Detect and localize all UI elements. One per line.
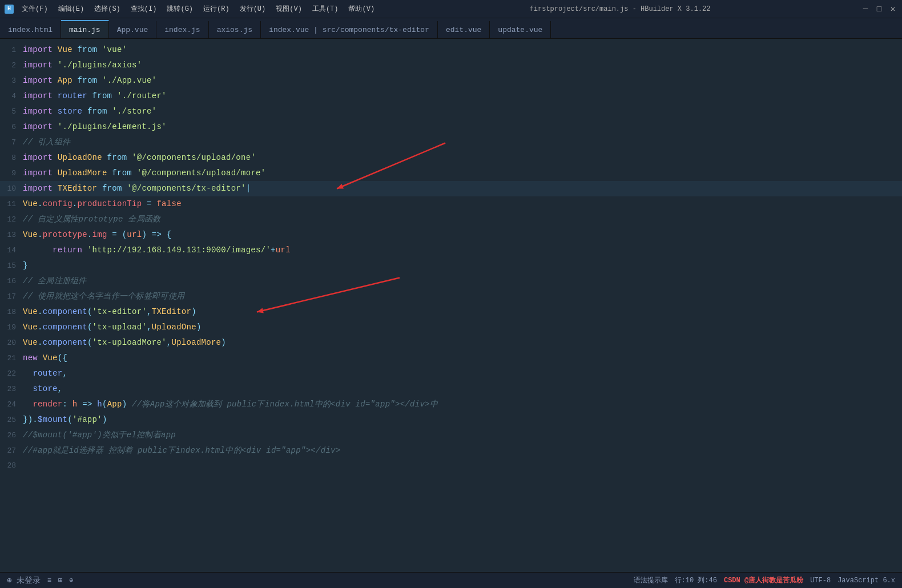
line-number-14: 14 [0, 243, 23, 258]
line-number-1: 1 [0, 43, 23, 58]
line-content-20: Vue.component('tx-uploadMore',UploadMore… [23, 335, 902, 350]
status-login[interactable]: ⊕ 未登录 [7, 575, 41, 586]
menu-item[interactable]: 编辑(E) [54, 3, 89, 15]
code-line-28: 28 [0, 458, 902, 473]
line-content-27: //#app就是id选择器 控制着 public下index.html中的<di… [23, 443, 902, 458]
code-line-18: 18Vue.component('tx-editor',TXEditor) [0, 304, 902, 320]
line-number-25: 25 [0, 413, 23, 428]
line-content-1: import Vue from 'vue' [23, 42, 902, 57]
line-number-22: 22 [0, 367, 23, 381]
menu-item[interactable]: 文件(F) [17, 3, 53, 15]
app-icon: H [5, 5, 14, 14]
code-line-9: 9import UploadMore from '@/components/up… [0, 166, 902, 181]
status-left: ⊕ 未登录 ≡ ⊞ ⊕ [7, 575, 74, 586]
tab-index.html[interactable]: index.html [0, 21, 61, 38]
status-icon-add[interactable]: ⊕ [69, 576, 73, 585]
menu-item[interactable]: 发行(U) [235, 3, 271, 15]
tab-index.vue[interactable]: index.vue | src/components/tx-editor [261, 21, 438, 38]
line-content-10: import TXEditor from '@/components/tx-ed… [23, 181, 902, 196]
line-content-16: // 全局注册组件 [23, 273, 902, 288]
code-line-15: 15} [0, 258, 902, 273]
line-content-25: }).$mount('#app') [23, 412, 902, 427]
line-content-14: return 'http://192.168.149.131:9000/imag… [23, 243, 902, 257]
line-number-28: 28 [0, 458, 23, 473]
code-line-7: 7// 引入组件 [0, 135, 902, 150]
grammar-hint: 语法提示库 [634, 575, 668, 585]
line-content-13: Vue.prototype.img = (url) => { [23, 227, 902, 242]
line-number-6: 6 [0, 120, 23, 135]
line-content-12: // 自定义属性prototype 全局函数 [23, 212, 902, 227]
code-line-1: 1import Vue from 'vue' [0, 42, 902, 58]
line-content-23: store, [23, 381, 902, 396]
menu-item[interactable]: 跳转(G) [162, 3, 198, 15]
tab-bar: index.htmlmain.jsApp.vueindex.jsaxios.js… [0, 18, 902, 39]
code-line-23: 23 store, [0, 381, 902, 397]
line-content-19: Vue.component('tx-upload',UploadOne) [23, 320, 902, 335]
line-content-18: Vue.component('tx-editor',TXEditor) [23, 304, 902, 319]
menu-item[interactable]: 运行(R) [199, 3, 234, 15]
line-number-20: 20 [0, 336, 23, 351]
line-content-5: import store from './store' [23, 104, 902, 119]
menu-bar: 文件(F)编辑(E)选择(S)查找(I)跳转(G)运行(R)发行(U)视图(V)… [17, 3, 379, 15]
line-number-8: 8 [0, 151, 23, 166]
menu-item[interactable]: 帮助(V) [344, 3, 379, 15]
code-line-3: 3import App from './App.vue' [0, 73, 902, 88]
code-line-24: 24 render: h => h(App) //将App这个对象加载到 pub… [0, 397, 902, 412]
code-line-17: 17// 使用就把这个名字当作一个标签即可使用 [0, 289, 902, 304]
code-line-22: 22 router, [0, 366, 902, 381]
line-content-4: import router from './router' [23, 88, 902, 103]
code-line-16: 16// 全局注册组件 [0, 273, 902, 289]
line-content-9: import UploadMore from '@/components/upl… [23, 166, 902, 180]
code-line-14: 14 return 'http://192.168.149.131:9000/i… [0, 243, 902, 258]
tab-main.js[interactable]: main.js [61, 20, 109, 38]
code-line-19: 19Vue.component('tx-upload',UploadOne) [0, 320, 902, 335]
code-line-26: 26//$mount('#app')类似于el控制着app [0, 428, 902, 443]
code-line-25: 25}).$mount('#app') [0, 412, 902, 428]
menu-item[interactable]: 工具(T) [308, 3, 343, 15]
line-number-4: 4 [0, 89, 23, 104]
code-container[interactable]: 1import Vue from 'vue'2import './plugins… [0, 39, 902, 572]
line-number-16: 16 [0, 274, 23, 289]
line-content-17: // 使用就把这个名字当作一个标签即可使用 [23, 289, 902, 304]
menu-item[interactable]: 选择(S) [90, 3, 125, 15]
close-button[interactable]: ✕ [888, 5, 897, 14]
line-number-12: 12 [0, 212, 23, 227]
line-content-11: Vue.config.productionTip = false [23, 196, 902, 211]
tab-App.vue[interactable]: App.vue [109, 21, 157, 38]
code-line-2: 2import './plugins/axios' [0, 58, 902, 73]
line-number-21: 21 [0, 351, 23, 366]
line-content-2: import './plugins/axios' [23, 58, 902, 73]
code-line-12: 12// 自定义属性prototype 全局函数 [0, 212, 902, 227]
line-content-22: router, [23, 366, 902, 381]
line-number-3: 3 [0, 74, 23, 88]
line-content-15: } [23, 258, 902, 273]
maximize-button[interactable]: □ [875, 5, 884, 14]
line-number-7: 7 [0, 135, 23, 150]
status-icon-grid[interactable]: ⊞ [58, 576, 62, 585]
code-line-6: 6import './plugins/element.js' [0, 119, 902, 135]
minimize-button[interactable]: ─ [861, 5, 870, 14]
tab-index.js[interactable]: index.js [156, 21, 208, 38]
line-content-26: //$mount('#app')类似于el控制着app [23, 428, 902, 442]
line-number-26: 26 [0, 428, 23, 443]
menu-item[interactable]: 视图(V) [271, 3, 307, 15]
line-number-10: 10 [0, 182, 23, 196]
code-line-21: 21new Vue({ [0, 351, 902, 366]
code-line-11: 11Vue.config.productionTip = false [0, 196, 902, 212]
line-number-11: 11 [0, 197, 23, 212]
tab-edit.vue[interactable]: edit.vue [438, 21, 490, 38]
line-content-21: new Vue({ [23, 351, 902, 365]
window-controls[interactable]: ─ □ ✕ [861, 5, 897, 14]
line-content-3: import App from './App.vue' [23, 73, 902, 88]
line-number-15: 15 [0, 259, 23, 273]
tab-axios.js[interactable]: axios.js [209, 21, 261, 38]
status-icon-list[interactable]: ≡ [47, 577, 51, 585]
menu-item[interactable]: 查找(I) [126, 3, 162, 15]
window-title: firstproject/src/main.js - HBuilder X 3.… [530, 5, 711, 13]
brand-label: CSDN @唐人街教是苦瓜粉 [724, 575, 803, 585]
tab-update.vue[interactable]: update.vue [490, 21, 551, 38]
line-number-2: 2 [0, 58, 23, 73]
line-number-24: 24 [0, 397, 23, 412]
code-line-4: 4import router from './router' [0, 88, 902, 104]
line-number-5: 5 [0, 104, 23, 119]
